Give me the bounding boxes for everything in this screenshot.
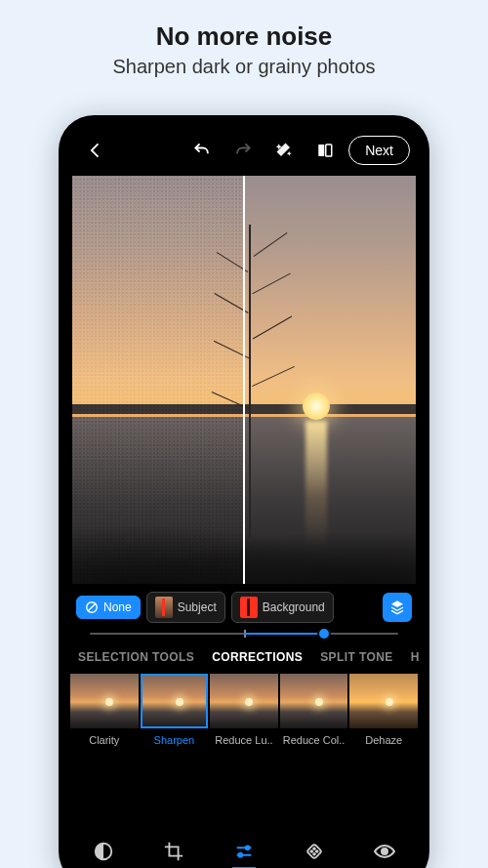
app-screen: Next None bbox=[68, 125, 420, 868]
next-button[interactable]: Next bbox=[348, 136, 410, 165]
svg-rect-0 bbox=[318, 145, 324, 156]
svg-point-5 bbox=[239, 853, 243, 857]
mask-background-button[interactable]: Background bbox=[231, 592, 334, 623]
preset-reduce-col-label: Reduce Col.. bbox=[280, 734, 348, 746]
preset-reduce-luminance[interactable]: Reduce Lu.. bbox=[210, 674, 278, 746]
svg-point-9 bbox=[313, 847, 315, 849]
auto-wand-icon[interactable] bbox=[266, 133, 302, 168]
mask-subject-label: Subject bbox=[178, 600, 217, 614]
nav-heal-icon[interactable] bbox=[295, 832, 334, 868]
undo-icon[interactable] bbox=[184, 133, 220, 168]
svg-rect-6 bbox=[306, 844, 322, 859]
mask-subject-button[interactable]: Subject bbox=[146, 592, 225, 623]
mask-subject-thumb bbox=[155, 597, 173, 618]
nav-adjust-icon[interactable] bbox=[224, 832, 264, 868]
nav-crop-icon[interactable] bbox=[154, 832, 193, 868]
preset-row: Clarity Sharpen Reduce Lu.. Reduce Col..… bbox=[68, 670, 420, 746]
nav-looks-icon[interactable] bbox=[84, 832, 123, 868]
preset-dehaze[interactable]: Dehaze bbox=[349, 674, 418, 746]
svg-point-10 bbox=[313, 853, 315, 855]
promo-subtitle: Sharpen dark or grainy photos bbox=[0, 56, 488, 78]
photo-preview[interactable] bbox=[72, 176, 416, 584]
noise-overlay-left bbox=[72, 176, 244, 584]
layers-button[interactable] bbox=[383, 593, 412, 622]
svg-rect-1 bbox=[326, 145, 332, 156]
svg-point-4 bbox=[246, 847, 250, 850]
mask-background-label: Background bbox=[263, 600, 325, 614]
redo-icon[interactable] bbox=[225, 133, 261, 168]
tab-hsl[interactable]: HSL bbox=[411, 650, 420, 664]
tab-split-tone[interactable]: SPLIT TONE bbox=[320, 650, 392, 664]
preset-reduce-lum-label: Reduce Lu.. bbox=[210, 734, 278, 746]
back-icon[interactable] bbox=[78, 133, 113, 168]
photo-sun bbox=[303, 393, 330, 420]
tab-corrections[interactable]: CORRECTIONS bbox=[212, 650, 303, 664]
topbar: Next bbox=[68, 125, 420, 176]
phone-frame: Next None bbox=[59, 115, 429, 868]
preset-clarity[interactable]: Clarity bbox=[70, 674, 139, 746]
promo-title: No more noise bbox=[0, 21, 488, 52]
tab-selection-tools[interactable]: SELECTION TOOLS bbox=[78, 650, 194, 664]
compare-divider[interactable] bbox=[243, 176, 245, 584]
preset-clarity-label: Clarity bbox=[70, 734, 139, 746]
svg-point-7 bbox=[310, 850, 312, 852]
svg-point-11 bbox=[382, 848, 387, 854]
preset-reduce-color[interactable]: Reduce Col.. bbox=[280, 674, 348, 746]
mask-background-thumb bbox=[240, 597, 258, 618]
adjust-tabs: SELECTION TOOLS CORRECTIONS SPLIT TONE H… bbox=[68, 644, 420, 670]
svg-point-8 bbox=[316, 850, 318, 852]
nav-redeye-icon[interactable] bbox=[365, 832, 404, 868]
compare-icon[interactable] bbox=[307, 133, 343, 168]
mask-none-button[interactable]: None bbox=[76, 596, 141, 619]
adjust-slider[interactable] bbox=[68, 627, 420, 644]
slider-thumb[interactable] bbox=[317, 627, 331, 641]
mask-row: None Subject Background bbox=[68, 584, 420, 627]
bottom-nav bbox=[68, 830, 420, 868]
prohibit-icon bbox=[85, 600, 99, 614]
layers-icon bbox=[389, 599, 405, 615]
preset-sharpen[interactable]: Sharpen bbox=[141, 674, 209, 746]
mask-none-label: None bbox=[103, 600, 132, 614]
preset-dehaze-label: Dehaze bbox=[349, 734, 418, 746]
preset-sharpen-label: Sharpen bbox=[141, 734, 209, 746]
